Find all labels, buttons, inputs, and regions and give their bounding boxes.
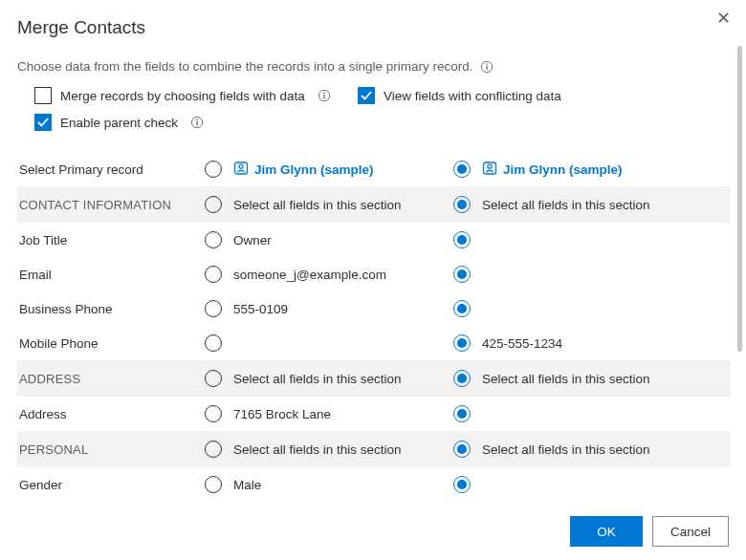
radio-button[interactable] — [453, 231, 471, 248]
radio-button[interactable] — [453, 161, 471, 178]
radio-button[interactable] — [205, 266, 222, 283]
section-header-label: PERSONAL — [17, 442, 205, 457]
field-value-b: 425-555-1234 — [482, 336, 562, 351]
select-primary-label: Select Primary record — [17, 162, 205, 177]
record-a-label: Jim Glynn (sample) — [254, 162, 374, 177]
section-header-label: CONTACT INFORMATION — [17, 198, 205, 212]
scrollbar[interactable] — [737, 46, 742, 352]
field-value-a: 7165 Brock Lane — [233, 407, 331, 421]
radio-button[interactable] — [453, 334, 471, 352]
select-all-b-label: Select all fields in this section — [482, 198, 650, 212]
select-all-a-label: Select all fields in this section — [233, 442, 402, 457]
svg-rect-8 — [196, 121, 197, 125]
field-label: Address — [17, 407, 205, 421]
instruction-label: Choose data from the fields to combine t… — [17, 59, 472, 74]
radio-button[interactable] — [205, 161, 222, 178]
checkbox-icon — [34, 114, 52, 131]
radio-button[interactable] — [453, 441, 471, 458]
field-value-a: 555-0109 — [233, 302, 288, 316]
info-icon[interactable] — [480, 60, 494, 74]
select-all-b-label: Select all fields in this section — [482, 442, 650, 457]
svg-rect-2 — [487, 66, 488, 70]
info-icon[interactable] — [318, 89, 331, 102]
dialog-title: Merge Contacts — [17, 17, 731, 38]
radio-button[interactable] — [205, 231, 222, 248]
radio-button[interactable] — [205, 405, 222, 422]
radio-button[interactable] — [453, 405, 471, 422]
close-icon[interactable]: ✕ — [716, 8, 731, 29]
record-b-name[interactable]: Jim Glynn (sample) — [482, 161, 623, 179]
checkbox-icon — [358, 87, 375, 104]
view-conflicting-checkbox[interactable]: View fields with conflicting data — [358, 87, 561, 104]
cancel-button[interactable]: Cancel — [652, 516, 729, 547]
svg-point-4 — [323, 93, 325, 95]
info-icon[interactable] — [190, 116, 204, 129]
field-label: Mobile Phone — [17, 336, 205, 351]
field-label: Job Title — [17, 233, 205, 248]
section-header-label: ADDRESS — [17, 372, 205, 386]
field-value-a: someone_j@example.com — [233, 268, 386, 282]
svg-rect-5 — [323, 95, 324, 98]
field-value-a: Male — [233, 478, 261, 492]
checkbox-label: Merge records by choosing fields with da… — [60, 89, 305, 103]
select-all-a-label: Select all fields in this section — [233, 198, 402, 212]
radio-button[interactable] — [205, 476, 222, 493]
radio-button[interactable] — [205, 196, 222, 213]
merge-by-fields-checkbox[interactable]: Merge records by choosing fields with da… — [34, 87, 331, 104]
field-label: Business Phone — [17, 302, 205, 316]
radio-button[interactable] — [205, 334, 222, 352]
radio-button[interactable] — [453, 266, 471, 283]
field-value-a: Owner — [233, 233, 272, 248]
ok-button[interactable]: OK — [570, 516, 643, 547]
select-all-b-label: Select all fields in this section — [482, 372, 650, 386]
radio-button[interactable] — [453, 196, 471, 213]
radio-button[interactable] — [453, 370, 471, 387]
radio-button[interactable] — [205, 300, 222, 317]
record-a-name[interactable]: Jim Glynn (sample) — [233, 161, 374, 179]
svg-point-10 — [239, 164, 243, 168]
radio-button[interactable] — [205, 441, 222, 458]
contact-icon — [233, 161, 249, 179]
contact-icon — [482, 161, 497, 179]
enable-parent-checkbox[interactable]: Enable parent check — [34, 114, 204, 131]
field-label: Gender — [17, 478, 205, 492]
radio-button[interactable] — [453, 476, 471, 493]
radio-button[interactable] — [453, 300, 471, 317]
checkbox-label: Enable parent check — [60, 116, 178, 130]
checkbox-icon — [34, 87, 52, 104]
record-b-label: Jim Glynn (sample) — [503, 162, 623, 177]
instruction-text: Choose data from the fields to combine t… — [17, 59, 731, 74]
select-all-a-label: Select all fields in this section — [233, 372, 402, 386]
radio-button[interactable] — [205, 370, 222, 387]
field-label: Email — [17, 268, 205, 282]
svg-point-12 — [488, 164, 492, 168]
svg-point-1 — [486, 64, 488, 66]
checkbox-label: View fields with conflicting data — [384, 89, 561, 103]
svg-point-7 — [196, 119, 198, 121]
